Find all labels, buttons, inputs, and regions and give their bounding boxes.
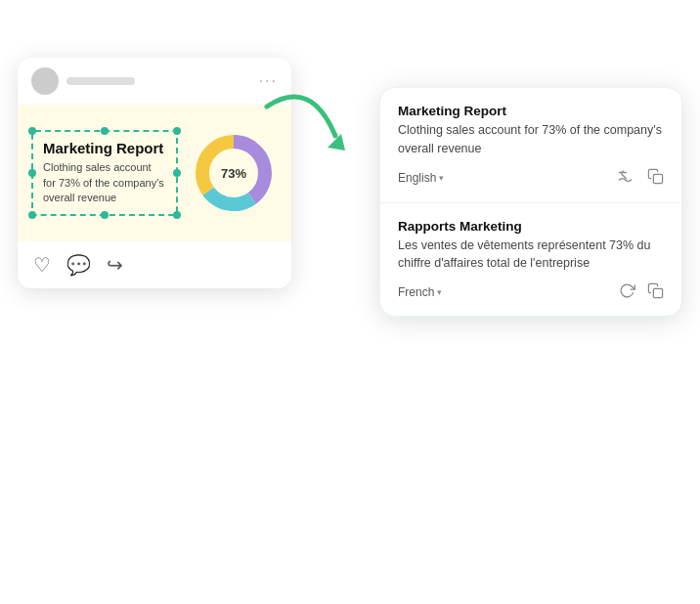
source-title: Marketing Report — [398, 104, 664, 118]
source-section: Marketing Report Clothing sales account … — [380, 88, 681, 202]
post-content: Marketing Report Clothing sales account … — [18, 105, 291, 241]
post-top-bar: ··· — [18, 58, 291, 105]
share-icon[interactable]: ↪ — [107, 253, 123, 277]
source-footer: English ▾ — [398, 168, 664, 189]
source-language-selector[interactable]: English ▾ — [398, 171, 444, 185]
social-post-card: ··· Marketing Report Clothing sales acco… — [18, 58, 291, 288]
source-language-label: English — [398, 171, 436, 185]
copy-icon[interactable] — [647, 282, 664, 302]
translated-body: Les ventes de vêtements représentent 73%… — [398, 237, 664, 274]
post-actions: ♡ 💬 ↪ — [18, 241, 291, 288]
post-title: Marketing Report — [43, 140, 166, 156]
username-placeholder — [66, 77, 135, 85]
source-body: Clothing sales account for 73% of the co… — [398, 121, 664, 158]
translated-language-selector[interactable]: French ▾ — [398, 285, 442, 299]
translate-icon[interactable] — [618, 168, 635, 189]
comment-icon[interactable]: 💬 — [66, 253, 91, 277]
translated-language-label: French — [398, 285, 434, 299]
arrow-icon — [257, 87, 355, 165]
svg-rect-4 — [653, 174, 662, 183]
chevron-down-icon: ▾ — [439, 173, 444, 183]
post-body: Clothing sales account for 73% of the co… — [43, 160, 166, 205]
heart-icon[interactable]: ♡ — [33, 253, 51, 277]
translation-panel: Marketing Report Clothing sales account … — [379, 87, 682, 317]
chevron-down-icon: ▾ — [437, 287, 442, 297]
copy-icon[interactable] — [647, 168, 664, 188]
donut-label: 73% — [221, 166, 246, 181]
translated-title: Rapports Marketing — [398, 219, 664, 234]
translated-section: Rapports Marketing Les ventes de vêtemen… — [380, 202, 681, 317]
translated-icons — [619, 282, 664, 302]
refresh-icon[interactable] — [619, 282, 635, 302]
translated-footer: French ▾ — [398, 282, 664, 302]
source-icons — [618, 168, 664, 189]
avatar — [31, 67, 59, 95]
svg-rect-5 — [653, 288, 662, 297]
selection-box: Marketing Report Clothing sales account … — [31, 130, 178, 215]
